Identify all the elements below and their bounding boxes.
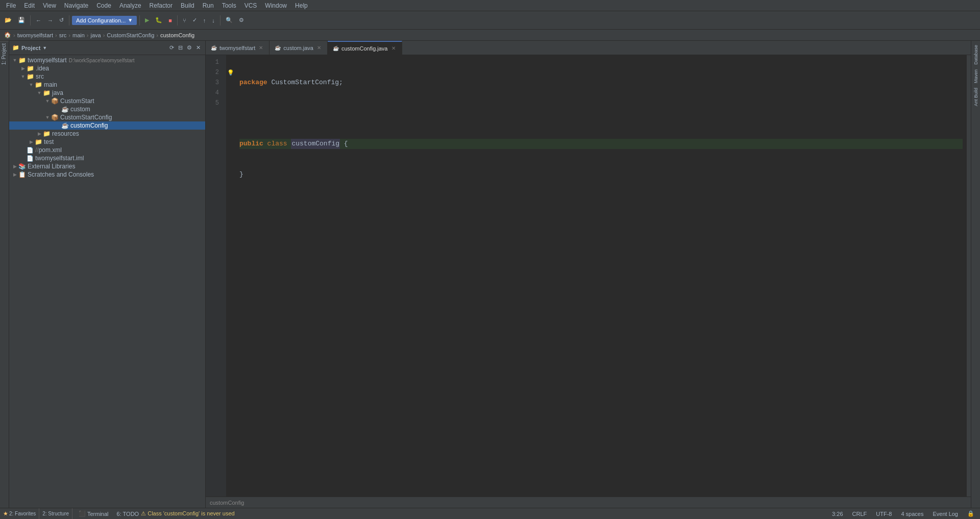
terminal-button[interactable]: ⬛ Terminal (77, 510, 111, 517)
breadcrumb-package[interactable]: CustomStartConfig (107, 32, 154, 38)
code-line-4: } (239, 169, 963, 180)
menu-help[interactable]: Help (291, 1, 312, 10)
event-log[interactable]: Event Log (931, 510, 960, 517)
line-num-2: 2 (206, 67, 222, 78)
tree-item-customstart-pkg[interactable]: ▼ 📦 CustomStart (9, 97, 205, 105)
right-panels: Database Maven Ant Build (971, 41, 980, 508)
menu-navigate[interactable]: Navigate (60, 1, 92, 10)
todo-button[interactable]: 6: TODO (115, 510, 141, 517)
menu-run[interactable]: Run (199, 1, 218, 10)
toolbar-settings-btn[interactable]: ⚙ (236, 15, 247, 25)
tree-item-idea[interactable]: ▶ 📁 .idea (9, 64, 205, 72)
tree-item-customstartconfig-pkg[interactable]: ▼ 📦 CustomStartConfig (9, 113, 205, 121)
status-bar: ⬛ Terminal 6: TODO ⚠ Class 'customConfig… (72, 508, 980, 520)
toolbar-search-btn[interactable]: 🔍 (223, 15, 235, 25)
tree-item-custom-java[interactable]: ▶ ☕ custom (9, 105, 205, 113)
menu-build[interactable]: Build (177, 1, 199, 10)
tab-twomyselfstart[interactable]: ☕ twomyselfstart ✕ (206, 41, 270, 55)
project-panel-toggle[interactable]: 1: Project (0, 41, 9, 67)
breadcrumb-file[interactable]: customConfig (160, 32, 194, 38)
tree-item-resources[interactable]: ▶ 📁 resources (9, 130, 205, 138)
ant-build-panel-btn[interactable]: Ant Build (972, 86, 979, 108)
structure-btn[interactable]: 2: Structure (39, 508, 72, 519)
add-configuration-button[interactable]: Add Configuration... ▼ (72, 16, 137, 25)
tab-close-custom[interactable]: ✕ (316, 44, 322, 51)
toolbar-debug-btn[interactable]: 🐛 (153, 15, 165, 25)
toolbar-save-btn[interactable]: 💾 (15, 15, 28, 25)
menu-window[interactable]: Window (261, 1, 291, 10)
panel-close-btn[interactable]: ✕ (194, 44, 202, 52)
editor-area: ☕ twomyselfstart ✕ ☕ custom.java ✕ ☕ cus… (206, 41, 971, 508)
toolbar-git-btn[interactable]: ⑂ (180, 16, 189, 25)
scratches-label: Scratches and Consoles (28, 171, 94, 178)
toolbar-run-btn[interactable]: ▶ (142, 15, 152, 25)
tree-item-java[interactable]: ▼ 📁 java (9, 89, 205, 97)
tree-item-pom-xml[interactable]: ▶ 📄 // pom.xml (9, 146, 205, 154)
gutter-lightbulb[interactable]: 💡 (226, 67, 235, 78)
menu-edit[interactable]: Edit (20, 1, 39, 10)
panel-settings-btn[interactable]: ⚙ (185, 44, 193, 52)
tab-icon-twomyselfstart: ☕ (211, 45, 217, 51)
tree-item-customconfig-java[interactable]: ▶ ☕ customConfig (9, 121, 205, 130)
add-config-dropdown-icon: ▼ (128, 17, 133, 23)
cursor-position[interactable]: 3:26 (830, 510, 844, 517)
line-numbers: 1 2 3 4 5 (206, 55, 226, 497)
line-num-4: 4 (206, 88, 222, 98)
tab-customconfig-java[interactable]: ☕ customConfig.java ✕ (328, 41, 402, 55)
panel-title: 📁 Project ▼ (12, 44, 47, 51)
breadcrumb-java[interactable]: java (91, 32, 101, 38)
toolbar-sep-1 (30, 15, 31, 26)
maven-panel-btn[interactable]: Maven (972, 67, 979, 85)
menu-view[interactable]: View (39, 1, 60, 10)
chevron-down-icon[interactable]: ▼ (42, 45, 47, 51)
tree-item-main[interactable]: ▼ 📁 main (9, 81, 205, 89)
toolbar-back-btn[interactable]: ← (33, 16, 44, 25)
toolbar-push-btn[interactable]: ↑ (201, 16, 209, 25)
panel-sync-btn[interactable]: ⟳ (168, 44, 176, 52)
editor-breadcrumb: customConfig (206, 497, 971, 508)
code-line-2 (239, 108, 963, 118)
tab-close-customconfig[interactable]: ✕ (390, 45, 397, 52)
status-warnings: ⚠ Class 'customConfig' is never used (141, 510, 830, 517)
tree-item-external-libs[interactable]: ▶ 📚 External Libraries (9, 162, 205, 170)
toolbar-commit-btn[interactable]: ✓ (190, 15, 200, 25)
bottom-bar: ★ 2: Favorites 2: Structure ⬛ Terminal 6… (0, 508, 980, 519)
project-tree: ▼ 📁 twomyselfstart D:\workSpace\twomysel… (9, 55, 205, 508)
tree-item-scratches[interactable]: ▶ 📋 Scratches and Consoles (9, 170, 205, 179)
toolbar-pull-btn[interactable]: ↓ (209, 16, 217, 25)
lock-icon[interactable]: 🔒 (966, 510, 976, 517)
tree-item-src[interactable]: ▼ 📁 src (9, 72, 205, 81)
line-num-3: 3 (206, 78, 222, 88)
breadcrumb-main[interactable]: main (72, 32, 85, 38)
tab-custom-java[interactable]: ☕ custom.java ✕ (270, 41, 328, 55)
toolbar-refresh-btn[interactable]: ↺ (57, 15, 66, 25)
panel-collapse-btn[interactable]: ⊟ (177, 44, 184, 52)
menu-code[interactable]: Code (92, 1, 115, 10)
database-panel-btn[interactable]: Database (972, 43, 979, 67)
toolbar-forward-btn[interactable]: → (45, 16, 56, 25)
breadcrumb-src[interactable]: src (59, 32, 67, 38)
indent[interactable]: 4 spaces (899, 510, 925, 517)
breadcrumb-project[interactable]: twomyselfstart (17, 32, 53, 38)
toolbar-stop-btn[interactable]: ■ (166, 16, 175, 25)
toolbar-open-btn[interactable]: 📂 (2, 15, 14, 25)
tree-item-test[interactable]: ▶ 📁 test (9, 138, 205, 146)
favorites-btn[interactable]: ★ 2: Favorites (0, 508, 39, 519)
charset[interactable]: UTF-8 (874, 510, 893, 517)
menu-bar: File Edit View Navigate Code Analyze Ref… (0, 0, 980, 11)
tab-close-twomyselfstart[interactable]: ✕ (258, 44, 264, 51)
breadcrumb-root[interactable]: 🏠 (4, 32, 11, 38)
code-content[interactable]: package CustomStartConfig; public class … (235, 55, 967, 497)
menu-analyze[interactable]: Analyze (115, 1, 145, 10)
menu-file[interactable]: File (2, 1, 20, 10)
toolbar-sep-4 (177, 15, 178, 26)
tab-icon-custom: ☕ (275, 45, 281, 51)
tree-item-iml[interactable]: ▶ 📄 twomyselfstart.iml (9, 154, 205, 162)
toolbar: 📂 💾 ← → ↺ Add Configuration... ▼ ▶ 🐛 ■ ⑂… (0, 11, 980, 30)
menu-tools[interactable]: Tools (218, 1, 240, 10)
menu-vcs[interactable]: VCS (240, 1, 261, 10)
menu-refactor[interactable]: Refactor (145, 1, 177, 10)
tree-item-twomyselfstart[interactable]: ▼ 📁 twomyselfstart D:\workSpace\twomysel… (9, 56, 205, 64)
scroll-gutter (967, 55, 971, 497)
line-ending[interactable]: CRLF (851, 510, 869, 517)
